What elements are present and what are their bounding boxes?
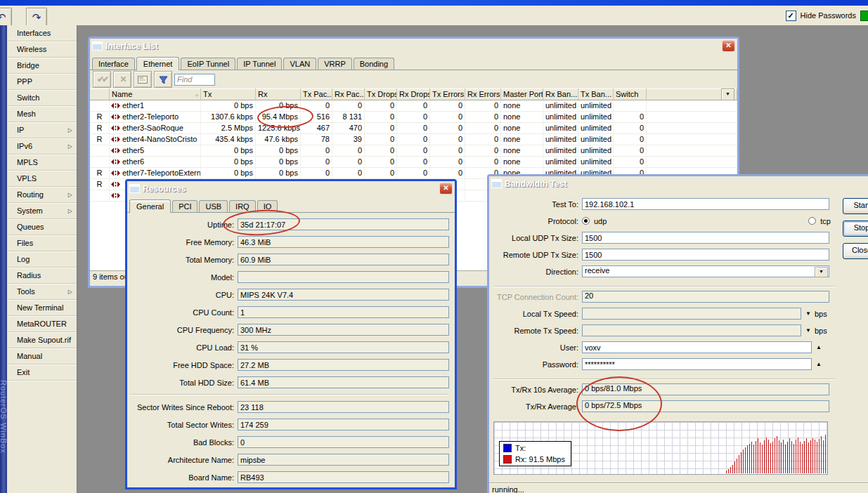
tcp-radio[interactable] xyxy=(808,217,816,225)
column-select-dropdown[interactable]: ▼ xyxy=(721,88,734,100)
rx-packets: 8 131 xyxy=(332,112,365,122)
resource-field-value: mipsbe xyxy=(238,454,449,466)
sidebar-item[interactable]: MetaROUTER xyxy=(7,316,77,332)
sidebar-item[interactable]: Interfaces xyxy=(7,25,77,41)
resource-field-row: Total Memory: 60.9 MiB xyxy=(127,251,455,268)
interface-list-titlebar[interactable]: Interface List ✕ xyxy=(90,39,737,53)
switch-cell: 0 xyxy=(614,157,647,167)
sidebar-item[interactable]: MPLS xyxy=(7,155,77,171)
sidebar-item[interactable]: Bridge xyxy=(7,58,77,74)
close-button[interactable]: Close xyxy=(843,243,868,259)
sidebar-item[interactable]: Make Supout.rif xyxy=(7,332,77,348)
sidebar-item[interactable]: VPLS xyxy=(7,171,77,187)
column-tx-bandwidth[interactable]: Tx Ban... xyxy=(578,88,614,100)
password-input[interactable] xyxy=(582,358,812,370)
rx-errors: 0 xyxy=(465,100,501,111)
close-button[interactable]: ✕ xyxy=(722,40,735,52)
resources-titlebar[interactable]: Resources ✕ xyxy=(127,181,455,196)
sidebar-item[interactable]: Wireless xyxy=(7,41,77,58)
comment-button[interactable] xyxy=(134,71,152,88)
local-udp-tx-size-input[interactable] xyxy=(582,232,829,244)
column-switch[interactable]: Switch xyxy=(614,88,647,100)
column-name[interactable]: Name▵ xyxy=(110,88,201,100)
undo-button[interactable]: ↶ xyxy=(0,8,12,27)
remote-udp-tx-size-input[interactable] xyxy=(582,249,829,261)
dropdown-icon[interactable]: ▼ xyxy=(805,310,811,317)
column-rx-bandwidth[interactable]: Rx Ban... xyxy=(543,88,578,100)
disable-button[interactable]: ✕ xyxy=(113,71,131,88)
tab-eoip-tunnel[interactable]: EoIP Tunnel xyxy=(181,58,235,70)
sidebar-item[interactable]: IPv6 ▷ xyxy=(7,138,77,155)
tab-ip-tunnel[interactable]: IP Tunnel xyxy=(237,58,282,70)
rx-drops: 0 xyxy=(397,145,430,156)
table-row[interactable]: R ether4-NanoStoCristo 435.4 kbps 47.6 k… xyxy=(90,134,737,145)
bandwidth-test-titlebar[interactable]: Bandwidth Test xyxy=(489,176,868,191)
rx-bandwidth: unlimited xyxy=(543,157,578,167)
resource-field-value: MIPS 24K V7.4 xyxy=(238,289,449,301)
sidebar-item[interactable]: New Terminal xyxy=(7,300,77,316)
combo-arrow-icon[interactable]: ▼ xyxy=(815,267,828,277)
spin-up-icon[interactable]: ▲ xyxy=(816,344,822,350)
column-rx-errors[interactable]: Rx Errors xyxy=(465,88,501,100)
sidebar-item[interactable]: Exit xyxy=(7,364,77,381)
filter-button[interactable] xyxy=(154,71,172,88)
rx-rate: 47.6 kbps xyxy=(256,134,301,145)
sidebar-item[interactable]: Queues xyxy=(7,219,77,235)
tx-packets: 0 xyxy=(301,100,332,111)
column-rx-packet[interactable]: Rx Pac... xyxy=(332,88,365,100)
dropdown-icon[interactable]: ▼ xyxy=(805,327,811,334)
sidebar-item[interactable]: Tools ▷ xyxy=(7,284,77,300)
column-tx-errors[interactable]: Tx Errors xyxy=(430,88,465,100)
tab-ethernet[interactable]: Ethernet xyxy=(136,57,180,70)
hide-passwords-checkbox[interactable]: ✓ xyxy=(786,11,796,21)
sidebar-item[interactable]: IP ▷ xyxy=(7,122,77,138)
sidebar-item[interactable]: Log xyxy=(7,251,77,268)
tab-bonding[interactable]: Bonding xyxy=(354,58,394,70)
table-row[interactable]: ether1 0 bps 0 bps 0 0 0 0 0 0 none unli… xyxy=(90,100,737,112)
redo-button[interactable]: ↷ xyxy=(26,8,47,27)
udp-radio[interactable] xyxy=(582,217,590,225)
tab-pci[interactable]: PCI xyxy=(172,200,197,212)
table-row[interactable]: ether6 0 bps 0 bps 0 0 0 0 0 0 none unli… xyxy=(90,157,737,168)
spin-up-icon[interactable]: ▲ xyxy=(816,361,822,367)
tab-interface[interactable]: Interface xyxy=(92,58,135,70)
stop-button[interactable]: Stop xyxy=(843,221,868,237)
sidebar-item[interactable]: Files xyxy=(7,235,77,251)
sidebar-item[interactable]: Routing ▷ xyxy=(7,187,77,203)
sidebar-item-label: MetaROUTER xyxy=(17,320,67,328)
table-row[interactable]: ether5 0 bps 0 bps 0 0 0 0 0 0 none unli… xyxy=(90,145,737,157)
table-row[interactable]: R ether3-SaoRoque 2.5 Mbps 1225.6 kbps 4… xyxy=(90,123,737,134)
tab-vlan[interactable]: VLAN xyxy=(283,58,316,70)
user-input[interactable] xyxy=(582,341,812,353)
resource-field-row: CPU Load: 31 % xyxy=(127,338,455,356)
column-tx-drops[interactable]: Tx Drops xyxy=(365,88,397,100)
tab-io[interactable]: IO xyxy=(257,200,278,212)
test-to-input[interactable] xyxy=(582,198,829,210)
remote-tx-speed-field xyxy=(582,324,801,336)
sidebar-item[interactable]: PPP xyxy=(7,74,77,90)
rx-packets: 0 xyxy=(332,168,365,178)
column-flag[interactable] xyxy=(90,88,110,100)
column-rx[interactable]: Rx xyxy=(256,88,301,100)
tab-general[interactable]: General xyxy=(129,199,171,213)
sidebar-item[interactable]: Switch xyxy=(7,90,77,106)
sidebar-item[interactable]: Mesh xyxy=(7,106,77,122)
direction-dropdown[interactable]: receive ▼ xyxy=(582,265,829,277)
tx-drops: 0 xyxy=(365,100,397,111)
find-input[interactable] xyxy=(174,74,215,86)
close-button[interactable]: ✕ xyxy=(439,183,453,195)
resource-field-value: 174 259 xyxy=(238,419,449,430)
column-tx-packet[interactable]: Tx Pac... xyxy=(301,88,332,100)
table-row[interactable]: R ether2-Teleporto 1307.6 kbps 95.4 Mbps… xyxy=(90,112,737,123)
tab-vrrp[interactable]: VRRP xyxy=(318,58,352,70)
tab-irq[interactable]: IRQ xyxy=(229,200,256,212)
enable-button[interactable]: ✔✔ xyxy=(93,71,111,88)
sidebar-item[interactable]: System ▷ xyxy=(7,203,77,219)
column-rx-drops[interactable]: Rx Drops xyxy=(397,88,430,100)
column-tx[interactable]: Tx xyxy=(201,88,256,100)
sidebar-item[interactable]: Radius xyxy=(7,268,77,284)
column-master-port[interactable]: Master Port xyxy=(501,88,543,100)
tab-usb[interactable]: USB xyxy=(199,200,228,212)
start-button[interactable]: Start xyxy=(843,198,868,214)
sidebar-item[interactable]: Manual xyxy=(7,348,77,364)
